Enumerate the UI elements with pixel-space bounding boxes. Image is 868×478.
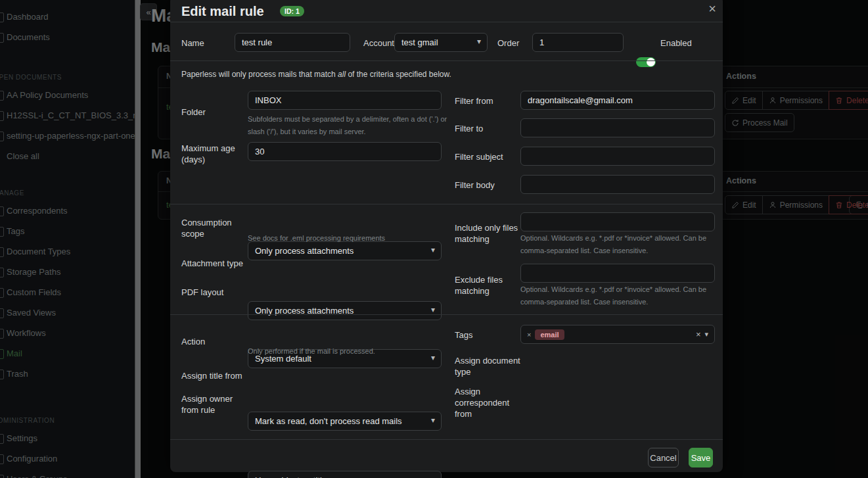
remove-tag-icon[interactable] bbox=[527, 331, 531, 339]
action-select[interactable]: Mark as read, don't process read mails bbox=[248, 412, 442, 431]
divider bbox=[170, 22, 723, 22]
divider bbox=[170, 314, 723, 315]
include-files-label: Include only files matching bbox=[455, 222, 520, 245]
max-age-label: Maximum age (days) bbox=[181, 143, 242, 165]
cancel-button[interactable]: Cancel bbox=[648, 448, 679, 467]
criteria-emphasis: all bbox=[338, 70, 346, 79]
chevron-down-icon[interactable] bbox=[704, 330, 708, 339]
max-age-input[interactable] bbox=[248, 142, 442, 161]
account-select-value: test gmail bbox=[401, 37, 438, 47]
filter-subject-label: Filter subject bbox=[455, 151, 503, 162]
enabled-toggle[interactable] bbox=[636, 57, 656, 67]
assign-correspondent-label: Assign correspondent from bbox=[455, 386, 515, 419]
assign-title-select[interactable]: Use subject as title bbox=[248, 471, 442, 478]
exclude-files-input[interactable] bbox=[520, 264, 715, 283]
folder-input[interactable] bbox=[248, 91, 442, 110]
assign-title-label: Assign title from bbox=[181, 370, 242, 381]
divider bbox=[170, 60, 723, 61]
include-files-input[interactable] bbox=[520, 212, 715, 231]
attachment-type-select[interactable]: Only process attachments bbox=[248, 301, 442, 320]
order-label: Order bbox=[497, 37, 519, 49]
tags-label: Tags bbox=[455, 329, 472, 341]
id-badge: ID: 1 bbox=[280, 6, 304, 16]
criteria-prefix: Paperless will only process mails that m… bbox=[181, 70, 338, 79]
consumption-scope-label: Consumption scope bbox=[181, 217, 242, 239]
divider bbox=[170, 204, 723, 204]
filter-body-input[interactable] bbox=[520, 175, 715, 194]
folder-label: Folder bbox=[181, 107, 206, 118]
action-label: Action bbox=[181, 336, 205, 347]
clear-tags-icon[interactable] bbox=[696, 329, 701, 339]
close-icon[interactable] bbox=[704, 0, 721, 17]
action-hint: Only performed if the mail is processed. bbox=[248, 345, 445, 358]
pdf-layout-label: PDF layout bbox=[181, 287, 223, 298]
folder-hint: Subfolders must be separated by a delimi… bbox=[248, 113, 448, 138]
consumption-scope-hint: See docs for .eml processing requirement… bbox=[248, 232, 445, 245]
name-input[interactable] bbox=[235, 33, 350, 52]
order-input[interactable] bbox=[532, 33, 624, 52]
exclude-files-hint: Optional. Wildcards e.g. *.pdf or *invoi… bbox=[520, 283, 715, 308]
account-select[interactable]: test gmail bbox=[394, 33, 488, 52]
criteria-note: Paperless will only process mails that m… bbox=[181, 70, 451, 79]
account-label: Account bbox=[363, 37, 394, 49]
action-value: Mark as read, don't process read mails bbox=[255, 416, 402, 426]
filter-subject-input[interactable] bbox=[520, 147, 715, 166]
dialog-title: Edit mail rule bbox=[181, 4, 264, 19]
include-files-hint: Optional. Wildcards e.g. *.pdf or *invoi… bbox=[520, 232, 715, 257]
filter-from-input[interactable] bbox=[520, 91, 715, 110]
criteria-suffix: of the criteria specified below. bbox=[346, 70, 451, 79]
filter-from-label: Filter from bbox=[455, 95, 493, 107]
name-label: Name bbox=[181, 37, 204, 49]
assign-title-value: Use subject as title bbox=[255, 475, 327, 478]
divider bbox=[170, 439, 723, 440]
consumption-scope-value: Only process attachments bbox=[255, 246, 354, 256]
tags-select[interactable]: email bbox=[520, 325, 715, 344]
assign-doc-type-label: Assign document type bbox=[455, 355, 520, 377]
filter-body-label: Filter body bbox=[455, 179, 495, 191]
exclude-files-label: Exclude files matching bbox=[455, 274, 520, 297]
enabled-label: Enabled bbox=[660, 37, 692, 49]
filter-to-input[interactable] bbox=[520, 118, 715, 137]
attachment-type-label: Attachment type bbox=[181, 258, 243, 269]
save-button[interactable]: Save bbox=[689, 448, 713, 467]
filter-to-label: Filter to bbox=[455, 123, 483, 134]
assign-owner-label: Assign owner from rule bbox=[181, 393, 240, 416]
tag-chip[interactable]: email bbox=[535, 329, 564, 340]
edit-mail-rule-dialog: Edit mail rule ID: 1 Name Account test g… bbox=[170, 0, 723, 472]
